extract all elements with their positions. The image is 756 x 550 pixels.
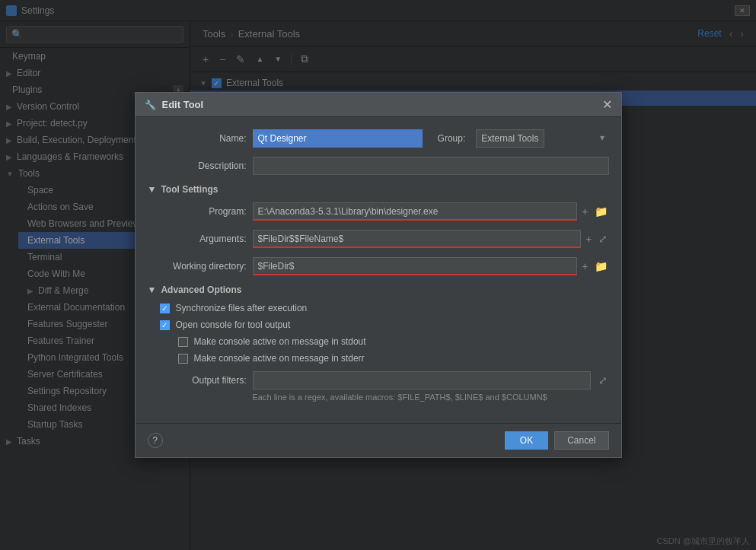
name-input[interactable]	[253, 129, 423, 148]
wrench-icon: 🔧	[145, 100, 156, 110]
workdir-add-btn[interactable]: +	[580, 259, 589, 274]
group-select[interactable]: External Tools	[476, 129, 544, 148]
output-expand-btn[interactable]: ⤢	[597, 373, 609, 388]
args-expand-btn[interactable]: ⤢	[597, 231, 609, 246]
help-button[interactable]: ?	[148, 433, 163, 448]
tool-settings-label: Tool Settings	[161, 184, 218, 195]
modal-close-button[interactable]: ✕	[602, 97, 612, 112]
program-add-btn[interactable]: +	[580, 204, 589, 219]
stderr-checkbox[interactable]	[178, 354, 188, 364]
stderr-label: Make console active on message in stderr	[194, 353, 365, 364]
workdir-browse-btn[interactable]: 📁	[593, 259, 609, 274]
open-console-label: Open console for tool output	[176, 320, 291, 330]
description-row: Description:	[148, 157, 609, 175]
arguments-row: Arguments: + ⤢	[148, 230, 609, 248]
modal-footer: ? OK Cancel	[136, 423, 621, 457]
program-row: Program: + 📁	[148, 202, 609, 221]
open-console-checkbox[interactable]: ✓	[160, 320, 170, 330]
modal-body: Name: Group: External Tools Description:	[136, 117, 621, 423]
modal-title-text: Edit Tool	[162, 99, 204, 110]
open-console-row: ✓ Open console for tool output	[148, 320, 609, 330]
stdout-checkbox[interactable]	[178, 337, 188, 347]
sync-files-row: ✓ Synchronize files after execution	[148, 303, 609, 313]
workdir-input[interactable]	[253, 257, 578, 275]
edit-tool-dialog: 🔧 Edit Tool ✕ Name: Group: External Tool…	[135, 92, 622, 458]
modal-overlay: 🔧 Edit Tool ✕ Name: Group: External Tool…	[0, 0, 756, 550]
group-label: Group:	[438, 133, 466, 144]
advanced-label: Advanced Options	[161, 285, 241, 295]
args-label: Arguments:	[148, 234, 247, 244]
output-filters-row: Output filters: ⤢	[148, 371, 609, 389]
args-field-wrap: + ⤢	[253, 230, 609, 248]
sync-files-label: Synchronize files after execution	[176, 303, 308, 313]
cancel-button[interactable]: Cancel	[554, 431, 608, 450]
desc-label: Description:	[148, 161, 247, 171]
make-active-stdout-row: Make console active on message in stdout	[148, 336, 609, 347]
ok-button[interactable]: OK	[505, 431, 548, 450]
name-group-row: Name: Group: External Tools	[148, 129, 609, 148]
make-active-stderr-row: Make console active on message in stderr	[148, 353, 609, 364]
args-input[interactable]	[253, 230, 582, 248]
working-dir-row: Working directory: + 📁	[148, 257, 609, 275]
program-browse-btn[interactable]: 📁	[593, 204, 609, 219]
program-field-wrap: + 📁	[253, 202, 609, 221]
footer-buttons: OK Cancel	[505, 431, 609, 450]
name-label: Name:	[148, 133, 247, 144]
advanced-arrow: ▼	[148, 285, 157, 295]
args-add-btn[interactable]: +	[584, 231, 593, 246]
description-input[interactable]	[253, 157, 609, 175]
stdout-label: Make console active on message in stdout	[194, 336, 366, 347]
tool-settings-section: ▼ Tool Settings	[148, 184, 609, 195]
program-input[interactable]	[253, 202, 578, 221]
tool-settings-arrow: ▼	[148, 184, 157, 195]
program-label: Program:	[148, 206, 247, 217]
workdir-field-wrap: + 📁	[253, 257, 609, 275]
sync-files-checkbox[interactable]: ✓	[160, 304, 170, 313]
output-hint: Each line is a regex, available macros: …	[148, 393, 609, 402]
output-filters-label: Output filters:	[148, 375, 247, 386]
modal-title-bar: 🔧 Edit Tool ✕	[136, 93, 621, 117]
output-filters-input[interactable]	[253, 371, 591, 389]
workdir-label: Working directory:	[148, 261, 247, 272]
advanced-options-section: ▼ Advanced Options	[148, 285, 609, 295]
